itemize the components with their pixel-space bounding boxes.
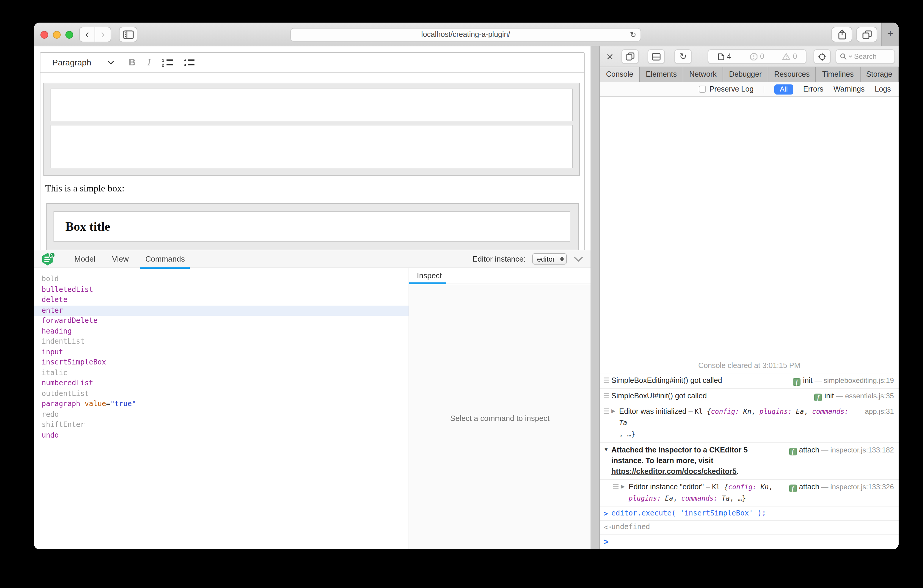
console-link[interactable]: https://ckeditor.com/docs/ckeditor5 — [611, 467, 737, 476]
simple-box-title-field[interactable] — [51, 89, 573, 121]
preserve-log-toggle[interactable]: Preserve Log — [699, 85, 754, 94]
command-list-item[interactable]: bold — [34, 274, 409, 284]
forward-button[interactable]: › — [95, 27, 111, 42]
share-icon — [838, 29, 846, 40]
console-message-text: https://ckeditor.com/docs/ckeditor5. — [611, 466, 894, 477]
italic-button[interactable]: I — [148, 57, 151, 68]
collapse-inspector-icon[interactable] — [573, 256, 583, 262]
console-input-row[interactable]: > — [600, 534, 898, 549]
plus-icon: + — [887, 28, 893, 39]
inspector-toolbar: ↻ 4 0 0 — [600, 46, 898, 67]
editor-instance-select[interactable]: editor — [532, 253, 567, 264]
inspector-tab-storage[interactable]: Storage — [860, 67, 898, 82]
simple-box-title-field-2[interactable]: Box title — [54, 211, 570, 242]
svg-text:5: 5 — [51, 253, 54, 257]
minimize-window-button[interactable] — [53, 31, 61, 39]
command-list-item[interactable]: redo — [34, 409, 409, 420]
bold-button[interactable]: B — [129, 57, 136, 68]
source-location-link[interactable]: simpleboxediting.js:19 — [824, 376, 894, 385]
command-list-item[interactable]: numberedList — [34, 378, 409, 389]
ckeditor-inspector-panel: 5 ModelViewCommands Editor instance: edi… — [34, 250, 591, 549]
source-location-link[interactable]: inspector.js:133:326 — [831, 483, 894, 491]
inspector-tab-elements[interactable]: Elements — [640, 67, 683, 82]
zoom-window-button[interactable] — [66, 31, 73, 39]
dock-inspector-button[interactable] — [648, 49, 665, 64]
sidebar-toggle-button[interactable] — [119, 27, 137, 42]
inspector-tab-timelines[interactable]: Timelines — [816, 67, 860, 82]
nav-buttons: ‹ › — [79, 27, 111, 42]
simple-box-widget-2[interactable]: Box title — [46, 203, 579, 250]
warnings-count[interactable]: 0 — [774, 52, 806, 61]
simple-box-description-field[interactable] — [51, 125, 573, 168]
editor-content[interactable]: This is a simple box: Box title — [40, 72, 585, 250]
ck-tab-view[interactable]: View — [107, 250, 133, 268]
back-button[interactable]: ‹ — [79, 27, 95, 42]
reload-page-button[interactable]: ↻ — [674, 49, 691, 64]
detach-inspector-button[interactable] — [621, 49, 639, 64]
ckeditor-inspector-header: 5 ModelViewCommands Editor instance: edi… — [34, 250, 591, 268]
command-list-item[interactable]: paragraph value="true" — [34, 399, 409, 409]
command-list-item[interactable]: italic — [34, 368, 409, 378]
inspector-tab-debugger[interactable]: Debugger — [723, 67, 769, 82]
console-empty-space — [600, 97, 898, 359]
disclosure-collapsed-icon[interactable]: ▶ — [611, 406, 619, 414]
inspector-tab-console[interactable]: Console — [600, 67, 640, 82]
close-inspector-button[interactable] — [605, 51, 614, 62]
command-list-item[interactable]: delete — [34, 295, 409, 305]
new-tab-button[interactable]: + — [881, 23, 898, 46]
command-list-item[interactable]: bulletedList — [34, 284, 409, 295]
source-location-link[interactable]: app.js:31 — [865, 407, 894, 416]
bulleted-list-button[interactable] — [185, 59, 195, 66]
command-prompt-icon: > — [604, 509, 611, 518]
command-list-item[interactable]: heading — [34, 326, 409, 337]
disclosure-expanded-icon[interactable]: ▼ — [604, 445, 611, 452]
console-message-text: Editor was initialized – Kl {config: Kn,… — [619, 406, 860, 429]
scope-filter-all[interactable]: All — [774, 84, 793, 94]
source-location-link[interactable]: essentials.js:35 — [845, 392, 894, 400]
command-list-item[interactable]: indentList — [34, 337, 409, 347]
address-bar[interactable]: localhost/creating-a-plugin/ ↻ — [290, 28, 641, 42]
tab-overview-button[interactable] — [856, 27, 877, 42]
search-scope-chevron-icon — [849, 55, 852, 57]
command-name: paragraph — [42, 399, 80, 408]
command-list-item[interactable]: insertSimpleBox — [34, 357, 409, 368]
warning-triangle-icon — [782, 53, 790, 60]
resource-summary-group[interactable]: 4 0 0 — [708, 49, 806, 64]
search-input[interactable]: Search — [836, 49, 895, 64]
scope-filter-logs[interactable]: Logs — [875, 85, 891, 94]
select-stepper-icon — [558, 256, 566, 261]
tab-inspect[interactable]: Inspect — [417, 268, 442, 284]
page-scrollbar[interactable] — [591, 46, 600, 549]
command-list-item[interactable]: undo — [34, 430, 409, 440]
command-list-item[interactable]: enter — [34, 305, 409, 316]
numbered-list-button[interactable]: 1 2 — [162, 59, 173, 66]
paragraph-dropdown[interactable]: Paragraph — [53, 57, 115, 67]
command-list-item[interactable]: shiftEnter — [34, 420, 409, 430]
errors-count[interactable]: 0 — [741, 52, 773, 61]
close-window-button[interactable] — [41, 31, 48, 39]
search-placeholder: Search — [854, 52, 877, 61]
console-message-meta: app.js:31 — [865, 406, 894, 417]
ck-tab-model[interactable]: Model — [70, 250, 100, 268]
source-location-link[interactable]: inspector.js:133:182 — [831, 446, 894, 454]
preserve-log-checkbox[interactable] — [699, 85, 706, 93]
console-pane[interactable]: Console cleared at 3:01:15 PM SimpleBoxE… — [600, 97, 898, 549]
inspector-tab-bar: ConsoleElementsNetworkDebuggerResourcesT… — [600, 67, 898, 82]
ck-tab-commands[interactable]: Commands — [141, 250, 190, 268]
command-name: shiftEnter — [42, 420, 85, 429]
share-button[interactable] — [831, 27, 852, 42]
command-list-item[interactable]: input — [34, 347, 409, 357]
command-list-item[interactable]: forwardDelete — [34, 316, 409, 326]
disclosure-collapsed-icon[interactable]: ▶ — [621, 481, 629, 489]
documents-count[interactable]: 4 — [708, 52, 741, 61]
reload-icon[interactable]: ↻ — [630, 28, 636, 41]
inspector-tab-resources[interactable]: Resources — [768, 67, 816, 82]
inspector-tab-network[interactable]: Network — [683, 67, 723, 82]
command-list-item[interactable]: outdentList — [34, 389, 409, 399]
reload-icon: ↻ — [679, 51, 687, 62]
simple-box-widget[interactable] — [43, 83, 580, 176]
element-picker-button[interactable] — [814, 49, 831, 64]
scope-filter-errors[interactable]: Errors — [803, 85, 823, 94]
scope-filter-warnings[interactable]: Warnings — [833, 85, 865, 94]
function-badge-icon: f — [815, 394, 822, 401]
